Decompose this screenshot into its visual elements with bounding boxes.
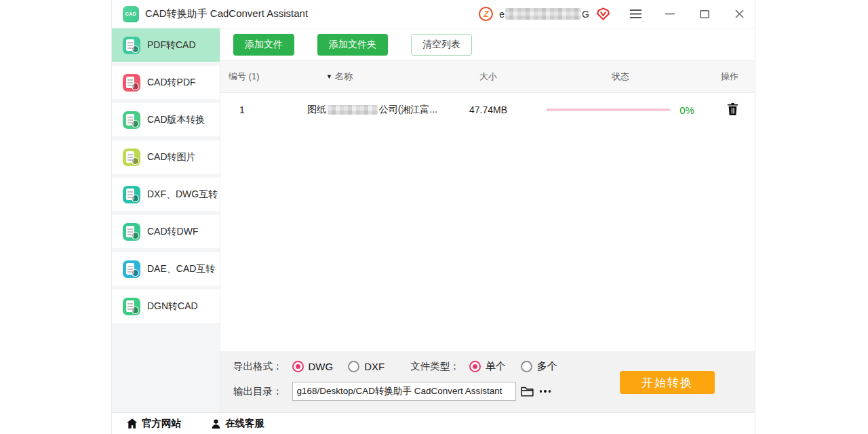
delete-row-button[interactable] <box>727 103 738 117</box>
header-number: 编号 (1) <box>220 71 302 83</box>
progress-percent: 0% <box>670 104 694 116</box>
add-file-button[interactable]: 添加文件 <box>233 34 294 56</box>
minimize-button[interactable] <box>664 8 676 20</box>
pdf-to-cad-icon <box>123 37 140 54</box>
cad-version-convert-icon <box>123 111 140 129</box>
main-content: 添加文件 添加文件夹 清空列表 编号 (1) ▼ 名称 大小 状态 操作 1 <box>220 28 755 412</box>
online-support-link[interactable]: 在线客服 <box>211 417 264 430</box>
sidebar-item-label: CAD转图片 <box>147 151 196 163</box>
redacted-username <box>505 8 581 20</box>
home-icon <box>127 418 138 429</box>
cad-to-dwf-icon <box>123 223 140 241</box>
sidebar-item-cad-to-image[interactable]: CAD转图片 <box>112 140 220 174</box>
radio-dwg-label[interactable]: DWG <box>309 361 334 372</box>
row-status: 0% <box>539 104 702 116</box>
table-row: 1 图纸 公司(湘江富... 47.74MB 0% <box>220 93 755 127</box>
file-type-label: 文件类型： <box>410 360 460 373</box>
user-account[interactable]: e G <box>499 8 589 20</box>
add-folder-button[interactable]: 添加文件夹 <box>317 34 388 56</box>
sidebar-item-label: CAD版本转换 <box>147 114 205 126</box>
app-window: CAD CAD转换助手 CadConvert Assistant Z e G <box>111 0 755 434</box>
sidebar-item-label: DXF、DWG互转 <box>147 189 218 201</box>
vip-badge-icon[interactable] <box>596 7 610 21</box>
table-header: 编号 (1) ▼ 名称 大小 状态 操作 <box>220 61 755 93</box>
radio-dwg[interactable] <box>292 361 304 372</box>
window-title: CAD转换助手 CadConvert Assistant <box>145 7 308 20</box>
empty-file-area <box>220 127 755 351</box>
sidebar-item-label: PDF转CAD <box>147 39 196 52</box>
row-filesize: 47.74MB <box>437 104 539 115</box>
sidebar-item-pdf-to-cad[interactable]: PDF转CAD <box>112 28 220 62</box>
row-number: 1 <box>220 104 302 115</box>
radio-single[interactable] <box>469 361 481 372</box>
dgn-to-cad-icon <box>123 298 140 315</box>
progress-bar <box>547 108 670 111</box>
conversion-options-panel: 导出格式： DWG DXF 文件类型： 单个 多个 输出目录： <box>220 351 755 412</box>
user-name-suffix: G <box>582 9 589 20</box>
sidebar-item-label: DAE、CAD互转 <box>147 263 215 275</box>
cad-to-image-icon <box>123 149 140 166</box>
sidebar-filler <box>112 327 220 412</box>
dxf-dwg-convert-icon <box>123 186 140 203</box>
maximize-button[interactable] <box>698 8 711 20</box>
sidebar-item-cad-version-convert[interactable]: CAD版本转换 <box>112 103 220 136</box>
sidebar-item-label: CAD转PDF <box>147 77 196 89</box>
cad-to-pdf-icon <box>123 74 140 92</box>
output-dir-label: 输出目录： <box>233 385 283 398</box>
clear-list-button[interactable]: 清空列表 <box>411 34 472 56</box>
sidebar: PDF转CAD CAD转PDF CAD版本转换 CAD转图片 DXF、DWG互转 <box>112 28 220 412</box>
official-website-link[interactable]: 官方网站 <box>127 417 181 430</box>
radio-dxf-label[interactable]: DXF <box>364 361 384 372</box>
support-person-icon <box>211 418 221 429</box>
row-actions <box>702 103 756 117</box>
file-toolbar: 添加文件 添加文件夹 清空列表 <box>220 28 755 61</box>
folder-icon <box>521 386 534 397</box>
radio-dxf[interactable] <box>348 361 359 372</box>
sidebar-item-label: DGN转CAD <box>147 300 198 313</box>
footer: 官方网站 在线客服 <box>112 412 755 434</box>
radio-multiple[interactable] <box>521 361 532 372</box>
sidebar-item-label: CAD转DWF <box>147 226 198 238</box>
menu-icon[interactable] <box>629 8 642 20</box>
z-logo-icon[interactable]: Z <box>479 7 493 21</box>
row-filename: 图纸 公司(湘江富... <box>302 104 437 116</box>
radio-multiple-label[interactable]: 多个 <box>537 360 557 373</box>
close-button[interactable] <box>733 8 745 20</box>
redacted-filename <box>328 105 378 115</box>
radio-single-label[interactable]: 单个 <box>486 360 506 373</box>
header-status: 状态 <box>539 71 702 83</box>
sidebar-item-dae-cad-convert[interactable]: DAE、CAD互转 <box>112 252 220 285</box>
titlebar: CAD CAD转换助手 CadConvert Assistant Z e G <box>112 0 755 28</box>
start-convert-button[interactable]: 开始转换 <box>620 371 715 394</box>
header-size: 大小 <box>437 71 539 83</box>
sidebar-item-dxf-dwg-convert[interactable]: DXF、DWG互转 <box>112 178 220 211</box>
dae-cad-convert-icon <box>123 260 140 278</box>
sort-desc-icon: ▼ <box>326 73 332 80</box>
more-options-button[interactable] <box>540 390 551 393</box>
sidebar-item-cad-to-pdf[interactable]: CAD转PDF <box>112 66 220 99</box>
sidebar-item-dgn-to-cad[interactable]: DGN转CAD <box>112 290 220 323</box>
output-dir-input[interactable] <box>292 382 516 401</box>
header-action: 操作 <box>702 71 756 83</box>
trash-icon <box>727 103 738 115</box>
export-format-label: 导出格式： <box>233 360 283 373</box>
user-name-prefix: e <box>499 9 505 20</box>
page: CAD CAD转换助手 CadConvert Assistant Z e G <box>0 0 868 434</box>
app-logo-icon: CAD <box>123 6 139 22</box>
browse-folder-button[interactable] <box>521 386 534 397</box>
header-name[interactable]: ▼ 名称 <box>302 71 437 83</box>
sidebar-item-cad-to-dwf[interactable]: CAD转DWF <box>112 215 220 248</box>
